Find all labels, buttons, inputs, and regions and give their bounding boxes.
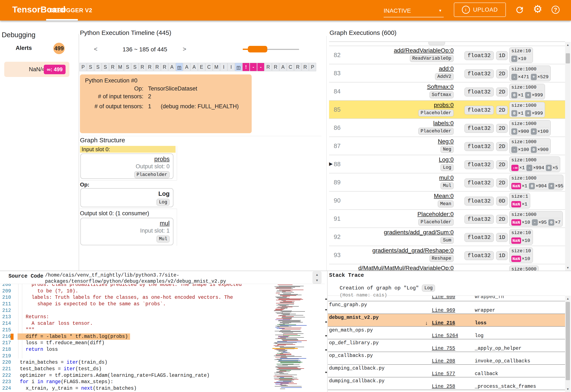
graph-execution-row[interactable]: 83add:0AddV2float322Dsize:1000-×471+×529 xyxy=(329,64,565,83)
stack-line-link[interactable]: Line 969 xyxy=(432,308,455,313)
stack-line-link[interactable]: Line 755 xyxy=(432,346,455,351)
timeline-cell[interactable]: R xyxy=(301,63,309,71)
timeline-next-button[interactable]: > xyxy=(183,46,186,53)
help-icon[interactable]: ? xyxy=(552,6,560,14)
source-scroll-buttons[interactable]: ▲ ▼ xyxy=(313,271,321,284)
stack-line-link[interactable]: Line 577 xyxy=(432,371,455,377)
graph-execution-row[interactable]: 84Softmax:0Softmaxfloat322Dsize:10000×1+… xyxy=(329,83,565,101)
scroll-down-icon[interactable]: ▼ xyxy=(565,266,571,269)
scroll-up-icon[interactable]: ▲ xyxy=(313,272,321,277)
tensor-name-link[interactable]: gradients/add_grad/Sum:0 xyxy=(384,229,454,236)
graph-execution-row[interactable]: 82add/ReadVariableOp:0ReadVariableOpfloa… xyxy=(329,46,565,64)
tooltip-title: Python Execution #0 xyxy=(85,77,137,84)
timeline-cell[interactable]: P xyxy=(309,63,316,71)
timeline-cell[interactable]: I xyxy=(228,63,235,71)
graph-execution-row[interactable]: 85probs:0Placeholderfloat322Dsize:10000×… xyxy=(329,101,565,119)
stack-frame-row[interactable]: debug_mnist_v2.py↓Line 216loss xyxy=(328,314,565,327)
timeline-cell[interactable]: R xyxy=(146,63,153,71)
stack-line-link[interactable]: Line 5264 xyxy=(432,333,458,338)
timeline-cell[interactable]: A xyxy=(183,63,190,71)
timeline-cell[interactable]: - xyxy=(257,63,264,71)
tensor-name-link[interactable]: Mean:0 xyxy=(434,193,454,199)
stack-frame-row[interactable]: func_graph.pyLine 969wrapper xyxy=(328,301,565,314)
timeline-cell[interactable]: R xyxy=(265,63,272,71)
scrollbar-thumb[interactable] xyxy=(566,302,570,380)
graph-execution-row[interactable]: 91Placeholder:0Placeholderfloat322Dsize:… xyxy=(329,210,565,228)
timeline-slider-handle[interactable] xyxy=(248,46,267,52)
timeline-cell[interactable]: R xyxy=(161,63,168,71)
timeline-cell[interactable]: m xyxy=(235,63,242,71)
graph-executions-scrollbar[interactable]: ▲ ▼ xyxy=(565,42,571,271)
run-status-dropdown[interactable]: INACTIVE ▼ xyxy=(384,5,444,17)
stack-line-link[interactable]: Line 216 xyxy=(432,320,455,326)
stack-frame-row[interactable]: dumping_callback.pyLine 258_process_stac… xyxy=(328,378,565,390)
timeline-cell[interactable]: R xyxy=(294,63,301,71)
timeline-prev-button[interactable]: < xyxy=(94,46,98,53)
scroll-up-icon[interactable]: ▲ xyxy=(565,43,571,46)
timeline-cell[interactable]: - xyxy=(250,63,257,71)
stack-trace-scrollbar[interactable]: ▲ ▼ xyxy=(565,295,571,392)
tensor-name-link[interactable]: probs:0 xyxy=(418,102,454,109)
code-viewer[interactable]: 208 probs: Class probabilities predicted… xyxy=(0,284,270,392)
tensor-name-link[interactable]: add:0 xyxy=(435,65,454,72)
graph-execution-row[interactable]: 90Mean:0Meanfloat320Dsize:1NaN×1 xyxy=(329,192,565,210)
graph-execution-row[interactable]: ▶88Log:0Logfloat322Dsize:1000-∞×1-×9940×… xyxy=(329,155,565,173)
timeline-cell[interactable]: P xyxy=(80,63,87,71)
scrollbar-thumb[interactable] xyxy=(566,53,570,63)
tensor-name-block: gradients/add_grad/Reshape:0Reshape xyxy=(372,247,454,262)
input-node-link[interactable]: probs xyxy=(154,156,170,162)
timeline-cell[interactable]: S xyxy=(94,63,101,71)
stack-frame-row[interactable]: dumping_callback.pyLine 577callback xyxy=(328,365,565,378)
tensor-name-link[interactable]: Log:0 xyxy=(439,156,454,163)
source-minimap[interactable] xyxy=(272,285,311,392)
tab-debugger-v2[interactable]: DEBUGGER V2 xyxy=(49,7,92,14)
graph-execution-row[interactable]: 86labels:0Placeholderfloat322Dsize:10000… xyxy=(329,119,565,137)
graph-execution-row[interactable]: 93gradients/add_grad/Reshape:0Reshapeflo… xyxy=(329,246,565,264)
alert-item-nan-inf[interactable]: NaN/∞ ∞: 499 xyxy=(4,62,69,77)
upload-button[interactable]: i UPLOAD xyxy=(454,2,506,17)
timeline-cell[interactable]: M xyxy=(213,63,220,71)
timeline-cell[interactable]: C xyxy=(205,63,213,71)
timeline-cell[interactable]: A xyxy=(168,63,175,71)
timeline-cell[interactable]: I xyxy=(220,63,227,71)
timeline-cell[interactable]: R xyxy=(109,63,116,71)
tensor-name-link[interactable]: gradients/add_grad/Reshape:0 xyxy=(372,247,454,254)
timeline-cell[interactable]: A xyxy=(279,63,286,71)
tensor-name-link[interactable]: d/MatMul/MatMul/ReadVariableOp:0 xyxy=(358,265,454,271)
timeline-cell[interactable]: R xyxy=(139,63,146,71)
timeline-cell[interactable]: M xyxy=(116,63,124,71)
graph-execution-row[interactable]: 89mul:0Mulfloat322Dsize:1000NaN×10×904+×… xyxy=(329,173,565,192)
tensor-name-link[interactable]: Placeholder:0 xyxy=(417,211,454,218)
timeline-cell[interactable]: S xyxy=(87,63,94,71)
stack-line-link[interactable]: Line 208 xyxy=(432,358,455,364)
tensor-name-link[interactable]: Neg:0 xyxy=(438,138,454,145)
timeline-cell[interactable]: S xyxy=(102,63,109,71)
scroll-down-icon[interactable]: ▼ xyxy=(565,387,571,391)
settings-gear-icon[interactable]: ⚙ xyxy=(533,3,542,15)
stack-frame-row[interactable]: op_def_library.pyLine 755_apply_op_helpe… xyxy=(328,339,565,352)
scroll-down-icon[interactable]: ▼ xyxy=(313,277,321,283)
timeline-cell[interactable]: S xyxy=(131,63,139,71)
timeline-cell[interactable]: A xyxy=(191,63,198,71)
timeline-cell[interactable]: C xyxy=(287,63,294,71)
timeline-cell[interactable]: S xyxy=(124,63,131,71)
tensor-name-link[interactable]: labels:0 xyxy=(418,120,454,127)
stack-frame-row[interactable]: op_callbacks.pyLine 208invoke_op_callbac… xyxy=(328,352,565,365)
scroll-up-icon[interactable]: ▲ xyxy=(565,297,571,300)
graph-execution-row[interactable]: 92gradients/add_grad/Sum:0Sumfloat321Dsi… xyxy=(329,228,565,246)
stack-frame-clipped[interactable]: Line 600wrapped_fn xyxy=(328,296,565,301)
stack-frame-row[interactable]: gen_math_ops.pyLine 5264log xyxy=(328,327,565,339)
timeline-cell[interactable]: R xyxy=(272,63,279,71)
tensor-name-link[interactable]: add/ReadVariableOp:0 xyxy=(394,47,454,54)
output-node-link[interactable]: mul xyxy=(160,220,170,227)
timeline-cell[interactable]: m xyxy=(176,63,183,71)
tensor-name-link[interactable]: mul:0 xyxy=(439,174,454,181)
stack-line-link[interactable]: Line 258 xyxy=(432,384,455,389)
graph-execution-row[interactable]: 87Neg:0Negfloat322Dsize:1000-×1000×900 xyxy=(329,137,565,155)
tensor-name-link[interactable]: Softmax:0 xyxy=(427,84,454,90)
timeline-cell[interactable]: E xyxy=(198,63,205,71)
timeline-cell[interactable]: ! xyxy=(242,63,250,71)
timeline-cell[interactable]: R xyxy=(154,63,161,71)
stack-line-link[interactable]: Line 600 xyxy=(432,296,455,300)
refresh-icon[interactable] xyxy=(515,5,525,15)
